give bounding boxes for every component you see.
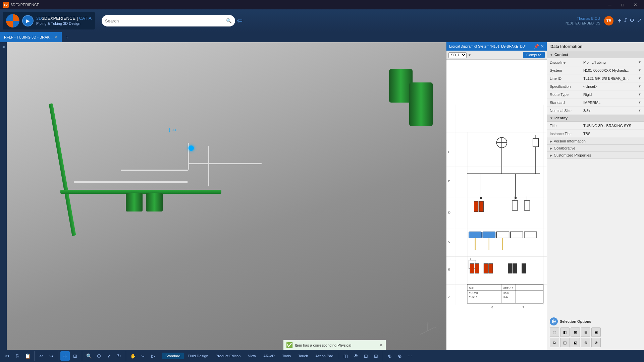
add-tab-button[interactable]: + bbox=[62, 34, 72, 40]
notification-close-button[interactable]: ✕ bbox=[379, 343, 383, 348]
collaborative-section-header[interactable]: ▶ Collaborative bbox=[547, 145, 644, 152]
play-button[interactable]: ▶ bbox=[22, 15, 34, 26]
viewport-3d[interactable]: ↕↔ X Y Z bbox=[7, 42, 446, 350]
identity-section-header[interactable]: ▼ Identity bbox=[547, 115, 644, 122]
route-type-dropdown[interactable]: Rigid ▼ bbox=[583, 93, 641, 97]
multiselect-tool[interactable]: ⊞ bbox=[70, 351, 80, 361]
discipline-dropdown[interactable]: Piping/Tubing ▼ bbox=[583, 60, 641, 64]
sel-btn-3[interactable]: ⊞ bbox=[571, 327, 580, 337]
fit-tool[interactable]: ⤢ bbox=[104, 351, 114, 361]
context-section-header[interactable]: ▼ Context bbox=[547, 51, 644, 58]
tab-active[interactable]: RFLP - TUBING 3D - BRAK... ✕ bbox=[0, 32, 62, 42]
nominal-size-dropdown[interactable]: 3/8in ▼ bbox=[583, 109, 641, 113]
sel-btn-6[interactable]: ⧉ bbox=[550, 338, 559, 347]
version-chevron: ▶ bbox=[550, 139, 552, 143]
svg-text:Date: Date bbox=[469, 287, 474, 290]
tab-view[interactable]: View bbox=[245, 353, 259, 359]
add-icon[interactable]: + bbox=[618, 17, 622, 25]
sel-btn-5[interactable]: ▣ bbox=[591, 327, 601, 337]
specification-dropdown[interactable]: <Unset> ▼ bbox=[583, 84, 641, 88]
zoom-tool[interactable]: 🔍 bbox=[84, 351, 94, 361]
sel-btn-4[interactable]: ⊟ bbox=[581, 327, 590, 337]
standard-dropdown[interactable]: IMPERIAL ▼ bbox=[583, 101, 641, 105]
side-btn-1[interactable]: ◀ bbox=[0, 44, 6, 50]
instance-title-value: TBS bbox=[583, 132, 641, 136]
svg-rect-31 bbox=[474, 201, 478, 212]
specification-value: <Unset> bbox=[583, 84, 597, 88]
share-icon[interactable]: ⤴ bbox=[624, 17, 627, 25]
paste-tool[interactable]: 📋 bbox=[23, 351, 32, 361]
svg-text:B: B bbox=[448, 268, 450, 271]
settings-icon[interactable]: ⚙ bbox=[630, 17, 634, 25]
tool-group-history: ↩ ↪ bbox=[37, 351, 58, 361]
panel-close-icon[interactable]: ✕ bbox=[540, 44, 544, 49]
version-section-header[interactable]: ▶ Version Information bbox=[547, 138, 644, 145]
render-tool[interactable]: 👁 bbox=[351, 351, 361, 361]
sel-btn-1[interactable]: ⬚ bbox=[550, 327, 559, 337]
tab-ar-vr[interactable]: AR-VR bbox=[260, 353, 278, 359]
pan-tool[interactable]: ✋ bbox=[128, 351, 138, 361]
svg-rect-51 bbox=[475, 263, 479, 273]
selected-point[interactable] bbox=[189, 145, 194, 151]
copy-tool[interactable]: ⎘ bbox=[13, 351, 22, 361]
tag-icon[interactable]: 🏷 bbox=[237, 18, 243, 24]
window-controls: ─ □ ✕ bbox=[604, 0, 641, 9]
specification-row: Specification <Unset> ▼ bbox=[547, 82, 644, 90]
sel-btn-9[interactable]: ⊕ bbox=[581, 338, 590, 347]
grid-tool[interactable]: ⊞ bbox=[371, 351, 381, 361]
collaborative-section-label: Collaborative bbox=[554, 146, 575, 150]
discipline-label: Discipline bbox=[550, 60, 583, 64]
svg-text:X: X bbox=[435, 326, 436, 329]
rotate-tool[interactable]: ↻ bbox=[114, 351, 124, 361]
line-id-dropdown[interactable]: TL121-GR-3/8-BREAK_SUPPLY_LEF... ▼ bbox=[583, 76, 641, 80]
tab-fluid-design[interactable]: Fluid Design bbox=[184, 353, 212, 359]
user-avatar[interactable]: TB bbox=[604, 16, 613, 25]
diagram-area[interactable]: F E D C B A bbox=[446, 60, 547, 350]
minimize-button[interactable]: ─ bbox=[604, 0, 616, 9]
compute-button[interactable]: Compute bbox=[523, 52, 545, 58]
fly-tool[interactable]: ▷ bbox=[148, 351, 158, 361]
scissors-tool[interactable]: ✂ bbox=[3, 351, 12, 361]
more-tool-3[interactable]: ⋯ bbox=[405, 351, 415, 361]
tab-close-icon[interactable]: ✕ bbox=[55, 35, 58, 39]
more-tool-2[interactable]: ⊗ bbox=[395, 351, 405, 361]
cube-tool[interactable]: ⬡ bbox=[94, 351, 104, 361]
svg-text:01/11/12: 01/11/12 bbox=[503, 287, 513, 290]
fullscreen-icon[interactable]: ⤢ bbox=[637, 17, 641, 25]
system-dropdown[interactable]: N101-00000XXX-Hydraulic-GR-YE... ▼ bbox=[583, 68, 641, 72]
tab-product-edition[interactable]: Product Edition bbox=[212, 353, 244, 359]
close-button[interactable]: ✕ bbox=[629, 0, 641, 9]
viewport-background bbox=[7, 42, 446, 350]
svg-line-1 bbox=[421, 331, 428, 334]
redo-tool[interactable]: ↪ bbox=[47, 351, 56, 361]
tab-touch[interactable]: Touch bbox=[295, 353, 311, 359]
maximize-button[interactable]: □ bbox=[616, 0, 629, 9]
orbit-tool[interactable]: ⤿ bbox=[138, 351, 148, 361]
select-tool[interactable]: ⊹ bbox=[60, 351, 70, 361]
tab-standard[interactable]: Standard bbox=[162, 353, 184, 359]
svg-line-0 bbox=[428, 327, 434, 331]
panel-pin-icon[interactable]: 📌 bbox=[534, 44, 539, 49]
standard-row: Standard IMPERIAL ▼ bbox=[547, 99, 644, 107]
section-tool[interactable]: ⊡ bbox=[361, 351, 371, 361]
dropdown-arrow-icon: ▼ bbox=[468, 53, 471, 57]
tab-tools[interactable]: Tools bbox=[279, 353, 294, 359]
context-section-label: Context bbox=[554, 53, 568, 57]
search-icon[interactable]: 🔍 bbox=[226, 18, 232, 23]
display-mode-tool[interactable]: ◫ bbox=[341, 351, 351, 361]
sel-btn-8[interactable]: ⬕ bbox=[571, 338, 580, 347]
sel-btn-2[interactable]: ◧ bbox=[560, 327, 570, 337]
sel-btn-7[interactable]: ◫ bbox=[560, 338, 570, 347]
more-tool-1[interactable]: ⊕ bbox=[385, 351, 394, 361]
sel-btn-10[interactable]: ⊗ bbox=[591, 338, 601, 347]
context-chevron: ▼ bbox=[550, 53, 553, 57]
customized-section-header[interactable]: ▶ Customized Properties bbox=[547, 152, 644, 159]
compass-logo[interactable] bbox=[6, 14, 19, 27]
search-input[interactable] bbox=[105, 18, 226, 23]
pipe-horizontal-1 bbox=[121, 170, 188, 171]
route-type-arrow: ▼ bbox=[638, 93, 641, 96]
undo-tool[interactable]: ↩ bbox=[37, 351, 46, 361]
diagram-select[interactable]: SD_1 bbox=[448, 52, 467, 58]
tab-action-pad[interactable]: Action Pad bbox=[312, 353, 336, 359]
toolbar-icons: + ⤴ ⚙ ⤢ bbox=[618, 17, 641, 25]
